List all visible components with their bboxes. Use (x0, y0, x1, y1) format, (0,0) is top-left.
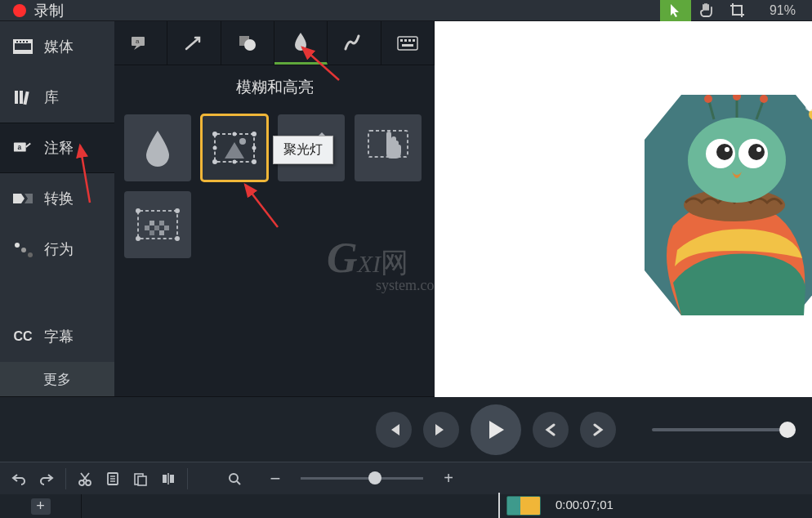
spotlight-tooltip: 聚光灯 (273, 136, 333, 164)
play-button[interactable] (471, 404, 521, 455)
timeline-track[interactable]: 0:00:07;01 (82, 494, 812, 518)
svg-rect-49 (164, 226, 169, 230)
prev-marker-button[interactable] (533, 412, 569, 448)
svg-rect-80 (138, 476, 146, 485)
effect-interactive[interactable] (355, 114, 422, 181)
scrubber-thumb[interactable] (779, 422, 796, 438)
subtab-shape[interactable] (221, 21, 274, 65)
canvas-area (435, 21, 812, 396)
sidebar-more-button[interactable]: 更多 (0, 362, 114, 396)
svg-rect-5 (23, 41, 25, 42)
subtab-callout[interactable]: a (114, 21, 167, 65)
svg-point-57 (716, 144, 733, 160)
svg-rect-46 (159, 221, 164, 226)
effect-spotlight[interactable]: 聚光灯 (201, 114, 268, 181)
main-area: 媒体 库 a 注释 转换 行为 CC (0, 21, 812, 396)
svg-point-54 (688, 118, 786, 203)
svg-point-13 (15, 243, 20, 248)
top-toolbar: 录制 91% (0, 0, 812, 21)
zoom-search-button[interactable] (222, 467, 247, 491)
prev-frame-button[interactable] (376, 412, 412, 448)
sidebar-item-library[interactable]: 库 (0, 72, 114, 123)
touch-icon (365, 127, 411, 168)
svg-rect-20 (398, 37, 417, 50)
callout-icon: a (130, 35, 151, 51)
sidebar-item-label: 库 (44, 87, 59, 107)
playback-scrubber[interactable] (652, 428, 796, 431)
shape-icon (238, 34, 257, 52)
cursor-tool-button[interactable] (660, 0, 691, 21)
preview-image (632, 95, 812, 348)
redo-button[interactable] (34, 467, 59, 491)
sidebar-item-label: 注释 (44, 138, 74, 158)
sidebar-item-transition[interactable]: 转换 (0, 173, 114, 224)
timeline-zoom-slider[interactable] (301, 477, 423, 480)
svg-point-33 (213, 146, 217, 150)
svg-point-66 (760, 95, 768, 103)
zoom-thumb[interactable] (368, 471, 381, 485)
hand-tool-button[interactable] (691, 0, 722, 21)
sidebar-item-caption[interactable]: CC 字幕 (0, 311, 114, 362)
section-title: 模糊和高亮 (114, 65, 435, 106)
next-marker-button[interactable] (580, 412, 616, 448)
zoom-in-button[interactable]: + (436, 467, 461, 491)
svg-rect-44 (149, 221, 154, 226)
timeline-toolbar: − + (0, 462, 812, 494)
paste-button[interactable] (128, 467, 153, 491)
keyboard-icon (397, 36, 418, 51)
add-track-button[interactable]: + (31, 498, 51, 515)
subtab-sketch[interactable] (328, 21, 381, 65)
zoom-level[interactable]: 91% (753, 3, 812, 18)
svg-point-28 (252, 132, 257, 136)
pixelate-icon (133, 204, 182, 245)
effect-blur[interactable] (124, 114, 191, 181)
subtab-arrow[interactable] (167, 21, 221, 65)
annotation-subtabs: a (114, 21, 435, 65)
svg-point-60 (756, 147, 761, 152)
next-frame-button[interactable] (423, 412, 459, 448)
record-label: 录制 (34, 1, 64, 20)
cut-button[interactable] (73, 467, 97, 491)
undo-button[interactable] (7, 467, 31, 491)
svg-point-29 (212, 159, 217, 164)
svg-rect-43 (145, 226, 149, 230)
playback-controls (0, 396, 812, 462)
svg-rect-45 (154, 226, 159, 230)
zoom-out-button[interactable]: − (263, 467, 288, 491)
timeline-clip[interactable] (506, 496, 541, 516)
svg-point-19 (244, 39, 256, 51)
media-icon (13, 38, 33, 55)
svg-point-32 (233, 160, 237, 164)
effect-pixelate[interactable] (124, 191, 191, 258)
subtab-keystroke[interactable] (381, 21, 435, 65)
svg-point-84 (230, 474, 238, 482)
sidebar-item-media[interactable]: 媒体 (0, 21, 114, 72)
svg-point-42 (175, 236, 180, 241)
sidebar-item-label: 转换 (44, 189, 74, 208)
playhead[interactable] (498, 493, 500, 518)
timeline: + 0:00:07;01 (0, 494, 812, 518)
svg-text:a: a (136, 38, 140, 45)
preview-canvas[interactable] (435, 21, 812, 397)
crop-tool-button[interactable] (722, 0, 753, 21)
svg-rect-7 (15, 91, 18, 104)
sidebar-item-label: 字幕 (44, 327, 74, 346)
svg-line-85 (237, 481, 240, 485)
subtab-blur[interactable] (274, 21, 328, 65)
split-button[interactable] (156, 467, 181, 491)
svg-point-62 (704, 95, 712, 103)
copy-button[interactable] (100, 467, 125, 491)
spotlight-icon (210, 127, 259, 168)
effect-grid: 聚光灯 (114, 106, 435, 266)
record-button[interactable]: 录制 (0, 0, 77, 20)
svg-rect-8 (20, 91, 23, 104)
sidebar: 媒体 库 a 注释 转换 行为 CC (0, 21, 114, 396)
svg-rect-23 (408, 39, 411, 42)
svg-rect-82 (170, 475, 174, 483)
svg-rect-81 (163, 475, 167, 483)
svg-point-39 (136, 208, 141, 213)
sidebar-item-behavior[interactable]: 行为 (0, 224, 114, 275)
svg-point-15 (28, 252, 33, 257)
sidebar-item-annotate[interactable]: a 注释 (0, 123, 114, 173)
svg-point-40 (175, 208, 180, 213)
